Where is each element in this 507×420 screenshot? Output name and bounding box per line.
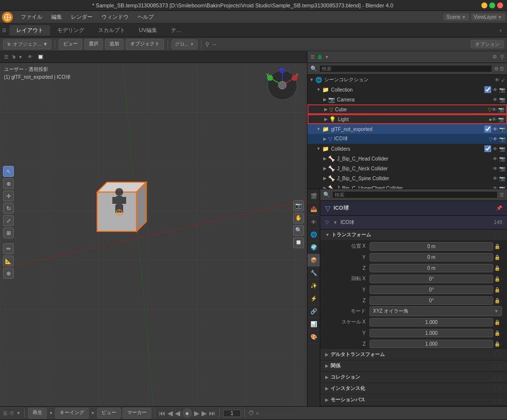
eye-icon-camera[interactable]: 👁 — [493, 97, 498, 102]
eye-icon-upperchest[interactable]: 👁 — [493, 186, 498, 189]
outliner-editor-icon[interactable]: 🌲 — [317, 54, 323, 60]
btn-select[interactable]: 選択 — [84, 39, 103, 50]
prop-value-scale-z[interactable]: 1.000 — [370, 340, 493, 348]
eye-icon-spine[interactable]: 👁 — [493, 176, 498, 181]
tree-arrow-scene[interactable]: ▼ — [309, 77, 314, 82]
tree-item-colliders[interactable]: ▼ 📁 Colliders 👁 📷 — [307, 144, 507, 154]
prop-value-rot-y[interactable]: 0° — [370, 286, 493, 294]
tool-add[interactable]: ⊕ — [3, 268, 14, 279]
transform-section-header[interactable]: ▼ トランスフォーム ⋮⋮ — [320, 229, 507, 241]
maximize-button[interactable] — [489, 2, 495, 8]
camera-icon-ico[interactable]: 📷 — [499, 136, 505, 142]
prop-value-mode[interactable]: XYZ オイラー角 ▼ — [370, 306, 502, 316]
play-skip-start[interactable]: ⏮ — [159, 409, 166, 417]
tab-uv[interactable]: UV編集 — [132, 25, 164, 35]
delta-section-header[interactable]: ▶ デルタトランスフォーム ⋮⋮ — [320, 349, 507, 360]
prop-value-pos-y[interactable]: 0 m — [370, 253, 493, 261]
tree-item-neck-collider[interactable]: ▶ 🦴 J_Bip_C_Neck Collider 👁 📷 — [307, 163, 507, 173]
tab-more[interactable]: テ... — [164, 25, 188, 35]
prop-value-pos-x[interactable]: 0 m — [370, 242, 493, 251]
instancing-section-options[interactable]: ⋮⋮ — [492, 386, 502, 391]
viewport-menu-icon[interactable]: ☰ — [4, 54, 8, 60]
tab-list-icon[interactable]: ☰ — [2, 28, 6, 33]
play-next-key[interactable]: ▶ — [202, 409, 207, 417]
snap-icon[interactable]: ⚲ — [205, 41, 209, 48]
menu-help[interactable]: ヘルプ — [134, 12, 158, 22]
prop-value-pos-z[interactable]: 0 m — [370, 264, 493, 272]
prop-tab-modifier[interactable]: 🔧 — [307, 267, 320, 280]
prop-lock-scale-x[interactable]: 🔒 — [494, 320, 500, 325]
timeline-menu-icon[interactable]: ☰ — [3, 411, 7, 416]
menu-file[interactable]: ファイル — [17, 12, 46, 22]
prop-filter-icon[interactable]: ☰ — [500, 192, 504, 197]
prop-lock-scale-z[interactable]: 🔒 — [494, 341, 500, 347]
prop-lock-rot-y[interactable]: 🔒 — [494, 287, 500, 292]
close-button[interactable] — [497, 2, 503, 8]
timeline-expand-icon[interactable]: » — [256, 411, 259, 416]
play-skip-end[interactable]: ⏭ — [209, 409, 216, 417]
tool-annotate[interactable]: ✏ — [3, 243, 14, 254]
tree-item-cube[interactable]: ▶ ▽ Cube ▽ 👁 📷 — [307, 104, 507, 114]
prop-value-rot-z[interactable]: 0° — [370, 296, 493, 305]
tree-item-camera[interactable]: ▶ 📷 Camera 👁 📷 — [307, 95, 507, 104]
play-prev-frame[interactable]: ◀ — [175, 409, 180, 417]
tool-measure[interactable]: 📐 — [3, 256, 14, 266]
menu-window[interactable]: ウィンドウ — [98, 12, 133, 22]
play-btn[interactable]: ● — [182, 408, 192, 418]
prop-tab-particles[interactable]: ✨ — [307, 280, 320, 292]
tool-move[interactable]: ✛ — [3, 191, 14, 201]
view-camera[interactable]: 📷 — [293, 200, 304, 211]
eye-icon-light[interactable]: 👁 — [492, 117, 497, 122]
eye-icon-colliders[interactable]: 👁 — [493, 146, 498, 152]
viewport[interactable]: ☰ 🖱 ▼ 👁 🔲 — [0, 51, 307, 406]
relations-section-header[interactable]: ▶ 関係 ⋮⋮ — [320, 360, 507, 372]
tool-scale[interactable]: ⤢ — [3, 215, 14, 226]
outliner-filter-toggle[interactable]: ⚙ — [494, 66, 499, 71]
menu-render[interactable]: レンダー — [67, 12, 97, 22]
prop-tab-material[interactable]: 🎨 — [307, 331, 320, 344]
prop-value-rot-x[interactable]: 0° — [370, 275, 493, 283]
viewport-canvas[interactable]: ユーザー・透視投影 (1) glTF_not_exported | ICO球 — [0, 63, 307, 406]
view-zoom-out[interactable]: 🔲 — [293, 237, 304, 248]
tree-item-light[interactable]: ▶ 💡 Light ● 👁 📷 — [307, 114, 507, 124]
current-frame-input[interactable] — [223, 410, 241, 417]
outliner-sort-icon[interactable]: ☰ — [500, 66, 504, 71]
outliner-search-input[interactable] — [319, 65, 492, 72]
camera-icon-collection[interactable]: 📷 — [499, 87, 505, 93]
motionpath-section-options[interactable]: ⋮⋮ — [492, 397, 502, 403]
instancing-section-header[interactable]: ▶ インスタンス化 ⋮⋮ — [320, 383, 507, 394]
play-prev-key[interactable]: ◀ — [168, 409, 173, 417]
eye-icon-neck[interactable]: 👁 — [493, 166, 498, 171]
transform-icon[interactable]: ↔ — [211, 41, 217, 48]
object-header-pin[interactable]: 📌 — [496, 205, 502, 211]
timeline-keying-label[interactable]: キーイング — [55, 408, 89, 419]
prop-lock-rot-x[interactable]: 🔒 — [494, 276, 500, 282]
tree-item-upperchest-collider[interactable]: ▶ 🦴 J_Bip_C_UpperChest Collider 👁 📷 — [307, 183, 507, 189]
eye-icon-scene[interactable]: 👁 — [495, 77, 500, 83]
properties-scroll[interactable]: ▼ トランスフォーム ⋮⋮ 位置 X 0 m 🔒 · — [320, 229, 507, 406]
tree-arrow-collection[interactable]: ▼ — [316, 87, 321, 92]
camera-icon-spine[interactable]: 📷 — [499, 176, 505, 181]
eye-icon-collection[interactable]: 👁 — [493, 87, 498, 93]
eye-icon-head[interactable]: 👁 — [493, 156, 498, 162]
camera-icon-cam[interactable]: 📷 — [499, 97, 505, 102]
camera-icon-upperchest[interactable]: 📷 — [499, 186, 505, 189]
prop-tab-world[interactable]: 🌍 — [307, 241, 320, 254]
global-selector[interactable]: グロ... ▼ — [171, 39, 198, 49]
motionpath-section-header[interactable]: ▶ モーションパス ⋮⋮ — [320, 394, 507, 406]
prop-lock-pos-y[interactable]: 🔒 — [494, 255, 500, 260]
timeline-marker-label[interactable]: マーカー — [123, 408, 151, 419]
prop-value-scale-y[interactable]: 1.000 — [370, 329, 493, 337]
tool-rotate[interactable]: ↻ — [3, 203, 14, 214]
camera-icon-light[interactable]: 📷 — [498, 117, 504, 122]
outliner-menu-icon[interactable]: ☰ — [310, 54, 315, 60]
prop-tab-constraints[interactable]: 🔗 — [307, 305, 320, 318]
keying-dropdown[interactable]: ▼ — [91, 411, 95, 416]
btn-object[interactable]: オブジェクト — [126, 39, 164, 50]
camera-icon-head[interactable]: 📷 — [499, 156, 505, 162]
tree-item-scene-collection[interactable]: ▼ 🌐 シーンコレクション 👁 ↙ — [307, 75, 507, 85]
prop-tab-scene[interactable]: 🌐 — [307, 228, 320, 241]
outliner-filter-icon[interactable]: ⚙ — [492, 54, 497, 60]
tree-item-gltf[interactable]: ▼ 📁 glTF_not_exported 👁 📷 — [307, 124, 507, 134]
tree-item-icosphere[interactable]: ▶ ▽ ICO球 ▽ 👁 📷 — [307, 134, 507, 144]
